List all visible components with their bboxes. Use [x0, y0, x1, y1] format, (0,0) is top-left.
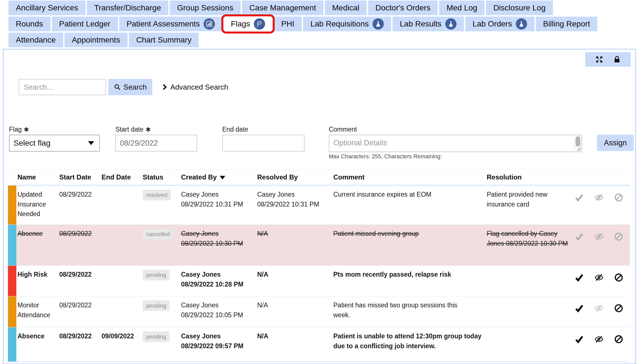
tab-label: Medical	[332, 3, 359, 12]
tab-rounds[interactable]: Rounds	[8, 17, 50, 31]
expand-icon	[595, 56, 603, 63]
hide-flag-button[interactable]	[594, 193, 603, 202]
advanced-search-link[interactable]: Advanced Search	[161, 83, 228, 92]
resolve-flag-button[interactable]	[575, 304, 584, 313]
cell-created-by: Casey Jones08/29/2022 10:31 PM	[180, 186, 256, 225]
resolve-flag-button[interactable]	[575, 232, 584, 241]
hide-flag-button[interactable]	[594, 335, 603, 344]
flask-icon	[373, 18, 384, 30]
cell-comment: Patient has missed two group sessions th…	[332, 296, 486, 327]
tab-label: Case Management	[249, 3, 316, 12]
status-badge: pending	[143, 300, 169, 311]
header-name[interactable]: Name	[16, 173, 58, 181]
tab-lab-requisitions[interactable]: Lab Requisitions	[303, 17, 391, 31]
cell-end-date	[100, 225, 142, 265]
cancel-flag-button[interactable]	[614, 304, 623, 313]
end-date-input[interactable]	[222, 135, 305, 152]
tab-attendance[interactable]: Attendance	[8, 33, 63, 47]
hide-flag-button[interactable]	[594, 232, 603, 241]
flag-select[interactable]: Select flag	[9, 135, 100, 152]
tab-medical[interactable]: Medical	[325, 1, 367, 15]
cell-created-by: Casey Jones08/29/2022 10:05 PM	[180, 296, 256, 327]
tab-phi[interactable]: PHI	[274, 17, 302, 31]
tab-chart-summary[interactable]: Chart Summary	[129, 33, 199, 47]
header-start-date[interactable]: Start Date	[58, 173, 100, 181]
eye-slash-icon	[594, 304, 603, 313]
cancel-flag-button[interactable]	[614, 232, 623, 241]
tab-appointments[interactable]: Appointments	[65, 33, 127, 47]
cell-resolved-by: N/A	[256, 225, 332, 265]
header-created-by[interactable]: Created By	[180, 173, 256, 181]
tab-doctors-orders[interactable]: Doctor's Orders	[368, 1, 438, 15]
header-resolution[interactable]: Resolution	[486, 173, 572, 181]
tab-patient-ledger[interactable]: Patient Ledger	[52, 17, 118, 31]
tab-patient-assessments[interactable]: Patient Assessments	[119, 17, 222, 31]
tab-bar: Ancillary Services Transfer/Discharge Gr…	[0, 0, 639, 47]
comment-label-text: Comment	[329, 126, 357, 133]
hide-flag-button[interactable]	[594, 273, 603, 282]
tab-lab-results[interactable]: Lab Results	[393, 17, 464, 31]
tab-label: Disclosure Log	[493, 3, 545, 12]
lock-button[interactable]	[613, 55, 621, 64]
cell-resolved-by: Casey Jones08/29/2022 10:31 PM	[256, 186, 332, 225]
tab-lab-orders[interactable]: Lab Orders	[465, 17, 534, 31]
tab-label: Group Sessions	[177, 3, 233, 12]
start-date-label: Start date	[115, 126, 151, 133]
cell-resolved-by: N/A	[256, 266, 332, 296]
cell-resolved-by: N/A	[256, 296, 332, 327]
cancel-flag-button[interactable]	[614, 193, 623, 202]
tab-flags[interactable]: Flags	[224, 17, 272, 31]
start-date-input[interactable]	[115, 135, 197, 152]
status-badge: pending	[143, 270, 169, 280]
row-actions	[572, 327, 630, 361]
header-resolved-by[interactable]: Resolved By	[256, 173, 332, 181]
flag-color-bar	[8, 225, 16, 265]
comment-textarea[interactable]	[329, 135, 581, 152]
tab-transfer-discharge[interactable]: Transfer/Discharge	[87, 1, 168, 15]
status-badge: pending	[143, 331, 169, 342]
search-button[interactable]: Search	[108, 79, 152, 95]
assign-button[interactable]: Assign	[597, 135, 634, 151]
resolve-flag-button[interactable]	[575, 193, 584, 202]
tab-group-sessions[interactable]: Group Sessions	[170, 1, 241, 15]
advanced-search-label: Advanced Search	[170, 83, 228, 92]
tab-label: Billing Report	[543, 19, 590, 28]
resize-handle-icon[interactable]	[575, 145, 581, 152]
cancel-flag-button[interactable]	[614, 273, 623, 282]
tab-case-management[interactable]: Case Management	[242, 1, 323, 15]
hide-flag-button[interactable]	[594, 304, 603, 313]
tab-med-log[interactable]: Med Log	[439, 1, 484, 15]
cancel-flag-button[interactable]	[614, 335, 623, 344]
cell-start-date: 08/29/2022	[58, 186, 100, 225]
flags-panel: Search Advanced Search Flag Select flag …	[3, 49, 636, 364]
end-date-label-text: End date	[222, 126, 248, 133]
scrollbar-thumb[interactable]	[576, 136, 580, 147]
tab-ancillary-services[interactable]: Ancillary Services	[8, 1, 85, 15]
flag-row: Updated Insurance Needed 08/29/2022 reso…	[8, 186, 630, 225]
flag-color-bar	[8, 186, 16, 225]
resolve-flag-button[interactable]	[575, 335, 584, 344]
eye-slash-icon	[594, 335, 603, 344]
flask-icon	[516, 18, 527, 30]
fullscreen-button[interactable]	[595, 55, 603, 64]
cell-start-date: 08/29/2022	[58, 296, 100, 327]
row-actions	[572, 225, 630, 265]
required-asterisk-icon	[24, 127, 29, 132]
tab-label: Flags	[231, 19, 250, 28]
tab-label: Chart Summary	[136, 35, 191, 45]
tab-label: Doctor's Orders	[375, 3, 430, 12]
resolve-flag-button[interactable]	[575, 273, 584, 282]
row-actions	[572, 266, 630, 296]
flag-select-value: Select flag	[14, 139, 50, 148]
header-end-date[interactable]: End Date	[100, 173, 142, 181]
tab-billing-report[interactable]: Billing Report	[536, 17, 598, 31]
header-status[interactable]: Status	[142, 173, 180, 181]
tab-disclosure-log[interactable]: Disclosure Log	[486, 1, 553, 15]
header-comment[interactable]: Comment	[332, 173, 486, 181]
tab-label: Appointments	[72, 35, 120, 45]
tab-label: Rounds	[16, 19, 43, 28]
header-created-by-label: Created By	[181, 173, 217, 181]
eye-slash-icon	[594, 193, 603, 202]
circle-slash-icon	[614, 335, 623, 344]
search-input[interactable]	[19, 79, 106, 95]
